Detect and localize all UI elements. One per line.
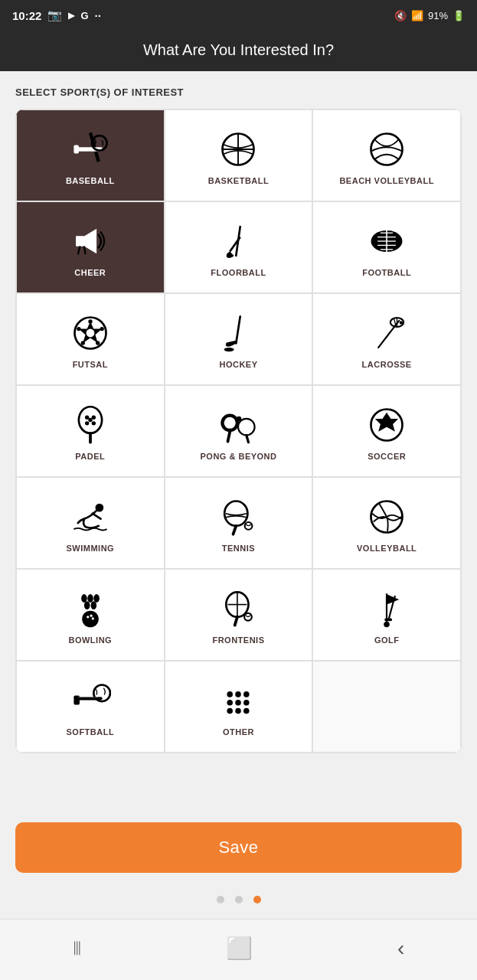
beach-volleyball-label: BEACH VOLLEYBALL bbox=[339, 176, 434, 185]
sport-other[interactable]: OTHER bbox=[165, 661, 313, 753]
svg-point-74 bbox=[384, 622, 390, 628]
svg-point-27 bbox=[80, 341, 84, 345]
sport-cheer[interactable]: CHEER bbox=[16, 201, 165, 293]
svg-point-87 bbox=[244, 708, 250, 714]
svg-point-30 bbox=[224, 348, 234, 351]
beach-volleyball-icon bbox=[366, 129, 407, 170]
svg-point-23 bbox=[86, 329, 94, 338]
svg-point-84 bbox=[244, 700, 250, 706]
sport-tennis[interactable]: TENNIS bbox=[165, 477, 313, 569]
golf-label: GOLF bbox=[374, 635, 400, 645]
sport-softball[interactable]: SOFTBALL bbox=[16, 661, 165, 753]
sports-grid: BASEBALL BASKETBALL BEACH VOLLEYBALL bbox=[15, 109, 462, 753]
cheer-label: CHEER bbox=[74, 268, 106, 277]
svg-point-38 bbox=[85, 416, 89, 420]
svg-point-60 bbox=[90, 601, 96, 609]
swimming-icon bbox=[70, 496, 111, 537]
softball-label: SOFTBALL bbox=[66, 727, 114, 737]
svg-point-80 bbox=[236, 691, 242, 697]
padel-icon bbox=[70, 404, 111, 446]
sport-padel[interactable]: PADEL bbox=[16, 385, 165, 477]
tennis-icon bbox=[217, 496, 259, 537]
sport-bowling[interactable]: BOWLING bbox=[16, 569, 165, 661]
g-icon: G bbox=[80, 10, 88, 21]
svg-point-26 bbox=[96, 341, 100, 345]
svg-point-33 bbox=[400, 321, 403, 324]
lacrosse-label: LACROSSE bbox=[362, 360, 412, 369]
page-header: What Are You Interested In? bbox=[0, 31, 477, 71]
svg-line-10 bbox=[78, 246, 80, 254]
other-icon bbox=[217, 680, 259, 721]
battery-icon: 🔋 bbox=[452, 10, 465, 21]
dot-3 bbox=[253, 896, 261, 903]
svg-point-79 bbox=[227, 691, 234, 697]
basketball-label: BASKETBALL bbox=[208, 176, 270, 185]
status-bar: 10:22 📷 ▶ G ·· 🔇 📶 91% 🔋 bbox=[0, 0, 477, 31]
wifi-icon: 📶 bbox=[411, 10, 423, 21]
svg-point-40 bbox=[85, 421, 89, 425]
sport-hockey[interactable]: HOCKEY bbox=[165, 293, 313, 385]
bowling-icon bbox=[70, 588, 111, 629]
svg-point-28 bbox=[77, 327, 80, 331]
soccer-icon bbox=[366, 404, 407, 446]
sport-volleyball[interactable]: VOLLEYBALL bbox=[312, 477, 461, 569]
sport-floorball[interactable]: FLOORBALL bbox=[165, 201, 313, 293]
lacrosse-icon bbox=[366, 312, 407, 354]
svg-rect-73 bbox=[384, 618, 392, 621]
hockey-label: HOCKEY bbox=[219, 360, 257, 369]
svg-point-62 bbox=[87, 616, 89, 618]
baseball-label: BASEBALL bbox=[66, 176, 115, 185]
battery-text: 91% bbox=[428, 10, 448, 21]
page-dots bbox=[0, 888, 477, 919]
sport-football[interactable]: FOOTBALL bbox=[312, 201, 461, 293]
svg-point-86 bbox=[236, 708, 242, 714]
tennis-label: TENNIS bbox=[222, 544, 255, 553]
sport-frontenis[interactable]: FRONTENIS bbox=[165, 569, 313, 661]
frontenis-label: FRONTENIS bbox=[212, 635, 264, 645]
back-arrow-icon[interactable]: ‹ bbox=[397, 936, 404, 961]
svg-point-59 bbox=[84, 601, 90, 609]
sport-baseball[interactable]: BASEBALL bbox=[16, 109, 165, 201]
sport-soccer[interactable]: SOCCER bbox=[312, 385, 461, 477]
floorball-label: FLOORBALL bbox=[211, 268, 266, 277]
back-lines-icon[interactable]: ⫴ bbox=[73, 936, 81, 960]
football-icon bbox=[366, 220, 407, 262]
svg-point-57 bbox=[87, 594, 93, 603]
svg-point-39 bbox=[91, 416, 95, 420]
sport-pong-beyond[interactable]: PONG & BEYOND bbox=[165, 385, 313, 477]
sport-basketball[interactable]: BASKETBALL bbox=[165, 109, 313, 201]
volleyball-icon bbox=[366, 496, 407, 537]
svg-point-46 bbox=[238, 419, 255, 436]
svg-point-83 bbox=[236, 700, 242, 706]
section-title: SELECT SPORT(S) OF INTEREST bbox=[15, 87, 462, 98]
sport-futsal[interactable]: FUTSAL bbox=[16, 293, 165, 385]
svg-point-48 bbox=[237, 416, 241, 421]
futsal-label: FUTSAL bbox=[73, 360, 108, 369]
svg-point-58 bbox=[93, 594, 100, 603]
floorball-icon bbox=[217, 220, 259, 262]
svg-point-82 bbox=[227, 700, 234, 706]
volleyball-label: VOLLEYBALL bbox=[357, 544, 417, 553]
bowling-label: BOWLING bbox=[68, 635, 112, 645]
save-button[interactable]: Save bbox=[15, 822, 462, 873]
cheer-icon bbox=[70, 220, 111, 262]
camera-icon: 📷 bbox=[47, 8, 62, 22]
svg-line-11 bbox=[84, 246, 86, 254]
home-square-icon[interactable]: ⬜ bbox=[226, 936, 253, 961]
soccer-label: SOCCER bbox=[368, 452, 406, 461]
sport-golf[interactable]: GOLF bbox=[312, 569, 461, 661]
svg-marker-50 bbox=[375, 413, 398, 432]
golf-icon bbox=[366, 588, 407, 629]
frontenis-icon bbox=[217, 588, 259, 629]
hockey-icon bbox=[217, 312, 259, 354]
play-icon: ▶ bbox=[68, 11, 74, 21]
empty-cell bbox=[312, 661, 461, 753]
sport-beach-volleyball[interactable]: BEACH VOLLEYBALL bbox=[312, 109, 461, 201]
padel-label: PADEL bbox=[75, 452, 105, 461]
mute-icon: 🔇 bbox=[394, 10, 407, 21]
sport-lacrosse[interactable]: LACROSSE bbox=[312, 293, 461, 385]
other-label: OTHER bbox=[223, 727, 254, 737]
svg-point-41 bbox=[91, 421, 95, 425]
dot-2 bbox=[235, 896, 243, 903]
sport-swimming[interactable]: SWIMMING bbox=[16, 477, 165, 569]
